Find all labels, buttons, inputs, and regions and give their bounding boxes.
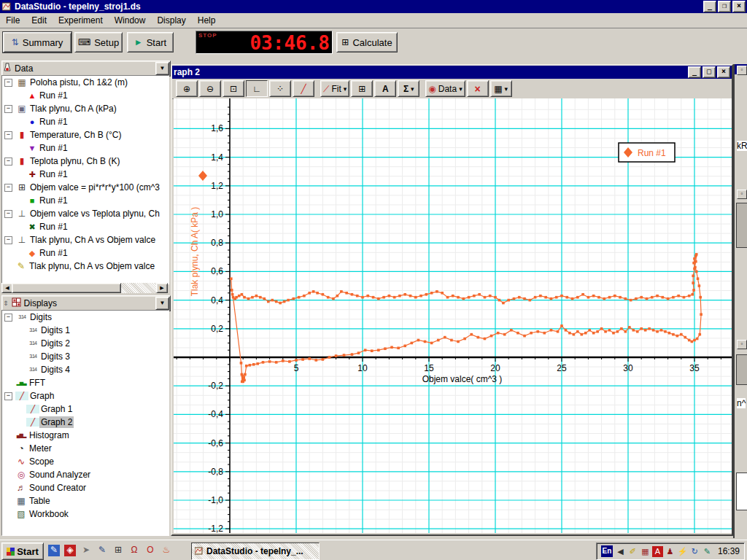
zoom-select-button[interactable]: ⊡ xyxy=(222,80,244,97)
graph-close-button[interactable]: × xyxy=(717,66,730,78)
language-indicator[interactable]: En xyxy=(601,545,613,557)
smart-tool-button[interactable]: ⁘ xyxy=(269,80,291,97)
speaker-icon[interactable]: ◀ xyxy=(615,546,626,557)
display-item-table[interactable]: ▦Table xyxy=(2,494,169,508)
data-run-item[interactable]: ✖Run #1 xyxy=(14,220,169,233)
restore-button[interactable]: ❐ xyxy=(718,1,731,12)
data-run-item[interactable]: ●Run #1 xyxy=(14,115,169,128)
collapse-box-icon[interactable]: − xyxy=(4,131,12,139)
graph-window-title-bar[interactable]: raph 2 _ □ × xyxy=(172,66,732,79)
data-item-7[interactable]: ✎Tlak plynu, Ch A vs Objem valce xyxy=(2,260,169,273)
zoom-in-button[interactable]: ⊕ xyxy=(176,80,198,97)
data-run-item[interactable]: ▼Run #1 xyxy=(14,141,169,155)
menu-item-edit[interactable]: Edit xyxy=(26,14,53,27)
graph-settings-button[interactable]: ▦ ▾ xyxy=(490,80,512,97)
menu-item-help[interactable]: Help xyxy=(192,14,222,27)
graph-calculate-button[interactable]: ⊞ xyxy=(351,80,373,97)
display-item-graph[interactable]: −╱Graph xyxy=(2,389,169,402)
sync-icon[interactable]: ↻ xyxy=(689,546,700,557)
lightning-icon[interactable]: ⚡ xyxy=(677,546,688,557)
opera-icon[interactable]: O xyxy=(144,545,156,556)
data-tree-hscrollbar[interactable]: ◀ ▶ xyxy=(1,283,168,293)
data-panel-header[interactable]: Data ▼ xyxy=(1,61,171,77)
display-item-histogram[interactable]: ▄▆▂Histogram xyxy=(2,429,169,442)
menu-item-experiment[interactable]: Experiment xyxy=(53,14,109,27)
data-item-5[interactable]: −⊥Objem valce vs Teplota plynu, Ch xyxy=(2,207,169,220)
data-item-2[interactable]: −▮Temperature, Ch B (°C) xyxy=(2,128,169,141)
journal-icon[interactable]: ✎ xyxy=(48,545,60,556)
data-item-4[interactable]: −⊞Objem valce = pi*r*r*y*100 (cm^3 xyxy=(2,181,169,194)
collapse-box-icon[interactable]: − xyxy=(4,210,12,218)
acrobat-icon[interactable]: ◈ xyxy=(64,545,76,556)
brush-icon[interactable]: ✐ xyxy=(627,546,638,557)
display-item-graph-1[interactable]: ╱Graph 1 xyxy=(14,402,169,416)
display-item-digits-2[interactable]: 3.14Digits 2 xyxy=(14,337,169,350)
figure-icon[interactable]: ♟ xyxy=(665,546,676,557)
display-item-workbook[interactable]: ▧Workbook xyxy=(2,508,169,521)
scale-to-fit-button[interactable]: ∟ xyxy=(246,80,268,97)
display-item-scope[interactable]: ∿Scope xyxy=(2,455,169,468)
scrollbar-thumb[interactable] xyxy=(12,283,121,293)
display-item-digits-1[interactable]: 3.14Digits 1 xyxy=(14,324,169,337)
data-run-item[interactable]: ✚Run #1 xyxy=(14,168,169,181)
display-item-digits-3[interactable]: 3.14Digits 3 xyxy=(14,350,169,363)
thermometer-icon: ▮ xyxy=(15,131,28,139)
setup-button[interactable]: ⌨ Setup xyxy=(74,32,123,52)
data-item-6[interactable]: −⊥Tlak plynu, Ch A vs Objem valce xyxy=(2,233,169,246)
minimize-button[interactable]: _ xyxy=(703,1,716,12)
collapse-box-icon[interactable]: − xyxy=(4,184,12,192)
calculate-button[interactable]: ⊞ Calculate xyxy=(336,32,398,52)
data-item-3[interactable]: −▮Teplota plynu, Ch B (K) xyxy=(2,155,169,168)
displays-panel-dropdown-button[interactable]: ▼ xyxy=(155,297,169,310)
collapse-box-icon[interactable]: − xyxy=(4,314,12,322)
fit-menu-button[interactable]: ⟋ Fit ▾ xyxy=(320,80,349,97)
bird-icon[interactable]: ➤ xyxy=(80,545,92,556)
pen-icon[interactable]: ✎ xyxy=(96,545,108,556)
collapse-box-icon[interactable]: − xyxy=(4,158,12,166)
display-item-digits-4[interactable]: 3.14Digits 4 xyxy=(14,363,169,376)
collapse-box-icon[interactable]: − xyxy=(4,105,12,113)
zoom-out-button[interactable]: ⊖ xyxy=(199,80,221,97)
dragon-icon[interactable]: Ω xyxy=(128,545,140,556)
calculator-icon[interactable]: ⊞ xyxy=(112,545,124,556)
data-run-item[interactable]: ◆Run #1 xyxy=(14,246,169,260)
slope-tool-button[interactable]: ╱ xyxy=(293,80,314,97)
display-item-meter[interactable]: ◔Meter xyxy=(2,442,169,455)
data-item-1[interactable]: −▣Tlak plynu, Ch A (kPa) xyxy=(2,102,169,115)
menu-bar: FileEditExperimentWindowDisplayHelp xyxy=(0,13,747,28)
display-item-graph-2[interactable]: ╱Graph 2 xyxy=(14,416,169,429)
remove-data-button[interactable]: × xyxy=(467,80,489,97)
collapse-box-icon[interactable]: − xyxy=(4,392,12,400)
scheduler-icon[interactable]: ▦ xyxy=(640,546,651,557)
data-run-item[interactable]: ■Run #1 xyxy=(14,194,169,207)
start-menu-button[interactable]: Start xyxy=(1,542,44,560)
tree-item-label: Run #1 xyxy=(38,195,69,206)
collapse-box-icon[interactable]: − xyxy=(4,236,12,244)
data-run-item[interactable]: ▲Run #1 xyxy=(14,89,169,102)
collapse-box-icon[interactable]: − xyxy=(4,79,12,87)
ati-icon[interactable]: A xyxy=(652,546,663,557)
display-item-sound-creator[interactable]: ♬Sound Creator xyxy=(2,481,169,494)
data-item-0[interactable]: −▦Poloha pistu, Ch 1&2 (m) xyxy=(2,76,169,89)
summary-button[interactable]: ⇅ Summary xyxy=(3,32,71,52)
graph-maximize-button[interactable]: □ xyxy=(703,66,716,78)
data-panel-dropdown-button[interactable]: ▼ xyxy=(155,62,169,75)
menu-item-file[interactable]: File xyxy=(0,14,26,27)
graph-plot-area[interactable]: 1,61,41,21,00,80,60,40,2-0,2-0,4-0,6-0,8… xyxy=(174,98,732,533)
flame-icon[interactable]: ♨ xyxy=(160,545,172,556)
statistics-button[interactable]: Σ ▾ xyxy=(398,80,419,97)
display-item-sound-analyzer[interactable]: ◎Sound Analyzer xyxy=(2,468,169,481)
pen-line-icon[interactable]: ✎ xyxy=(702,546,713,557)
taskbar-app-button[interactable]: DataStudio - tepelny_... xyxy=(191,542,320,560)
display-item-digits[interactable]: −3.14Digits xyxy=(2,311,169,324)
display-item-fft[interactable]: ▂▅▃FFT xyxy=(2,376,169,389)
start-button[interactable]: ► Start xyxy=(127,32,174,52)
menu-item-window[interactable]: Window xyxy=(109,14,152,27)
graph-minimize-button[interactable]: _ xyxy=(688,66,701,78)
displays-panel-header[interactable]: ⇕ Displays ▼ xyxy=(1,295,171,311)
close-button[interactable]: × xyxy=(732,1,746,12)
menu-item-display[interactable]: Display xyxy=(151,14,191,27)
data-menu-button[interactable]: ◉ Data ▾ xyxy=(425,80,465,97)
scroll-right-icon[interactable]: ▶ xyxy=(156,283,168,293)
text-annotation-button[interactable]: A xyxy=(374,80,396,97)
